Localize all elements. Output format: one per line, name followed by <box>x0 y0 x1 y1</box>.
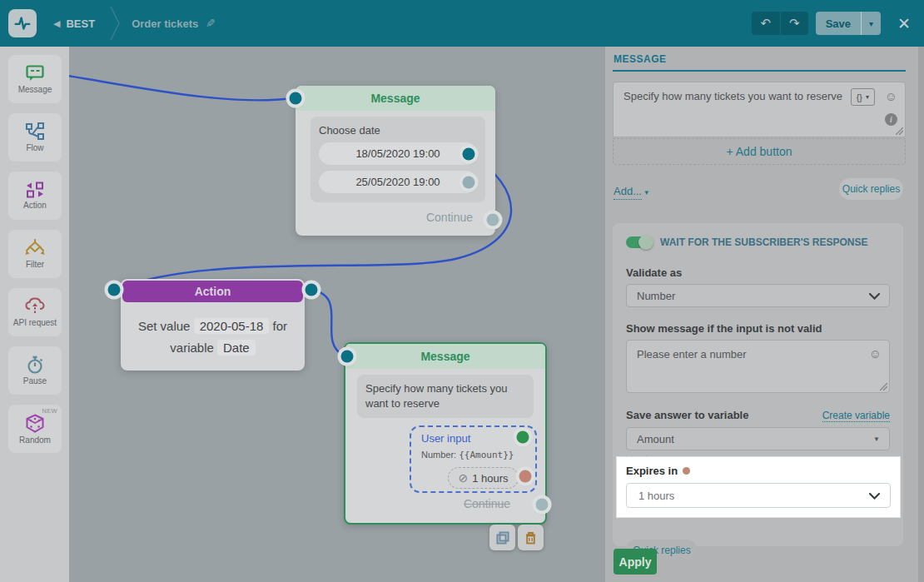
wait-response-toggle[interactable] <box>626 236 651 248</box>
top-header: ◀ BEST Order tickets ✎ ↶ ↷ Save ▾ ✕ <box>0 0 924 47</box>
sidebar-item-random[interactable]: NEW Random <box>8 405 62 453</box>
resize-handle[interactable] <box>880 383 887 390</box>
flow-title: Order tickets <box>132 17 198 30</box>
sidebar-item-label: Filter <box>26 260 44 269</box>
app-logo[interactable] <box>8 9 37 37</box>
info-icon: i <box>885 113 897 126</box>
save-variable-label: Save answer to variable <box>626 409 748 421</box>
continue-port[interactable] <box>487 214 499 226</box>
chevron-down-icon: ▾ <box>645 188 649 196</box>
flow-icon <box>25 122 45 141</box>
apply-button[interactable]: Apply <box>614 549 657 575</box>
insert-variable-button[interactable]: {} ▾ <box>851 88 875 106</box>
sidebar-item-api-request[interactable]: API request <box>8 288 62 336</box>
sidebar-item-filter[interactable]: Filter <box>8 230 62 278</box>
no-entry-icon: ⊘ <box>458 471 468 485</box>
variable-select[interactable]: Amount ▼ <box>626 427 890 450</box>
emoji-picker-icon[interactable]: ☺ <box>869 346 882 361</box>
node-message-text: Specify how many tickets you want to res… <box>357 375 534 418</box>
panel-section-title: MESSAGE <box>614 53 667 65</box>
expires-in-label: Expires in <box>626 465 678 477</box>
validate-as-label: Validate as <box>626 266 890 279</box>
node-palette-sidebar: Message Flow Action <box>0 47 69 582</box>
input-port[interactable] <box>108 284 121 296</box>
sidebar-item-label: Random <box>19 435 51 445</box>
output-port[interactable] <box>463 148 475 161</box>
breadcrumb-separator <box>110 5 120 42</box>
resize-handle[interactable] <box>896 127 903 135</box>
connection-line[interactable] <box>311 290 344 356</box>
message-icon <box>25 64 45 82</box>
timeout-pill[interactable]: ⊘ 1 hours <box>448 467 519 489</box>
sidebar-item-action[interactable]: Action <box>8 172 62 220</box>
section-underline <box>613 70 906 72</box>
action-text: for <box>273 319 288 333</box>
save-button[interactable]: Save <box>816 17 861 30</box>
add-menu-label: Add... <box>614 185 642 200</box>
choice-button[interactable]: 18/05/2020 19:00 <box>319 142 477 165</box>
sidebar-item-message[interactable]: Message <box>8 55 62 103</box>
sidebar-item-flow[interactable]: Flow <box>8 113 62 162</box>
create-variable-link[interactable]: Create variable <box>822 410 890 422</box>
action-text: variable <box>170 341 214 355</box>
timeout-label: 1 hours <box>472 472 508 485</box>
choice-button[interactable]: 25/05/2020 19:00 <box>319 171 477 193</box>
output-port[interactable] <box>306 284 318 296</box>
sidebar-item-label: Action <box>23 201 47 210</box>
undo-icon: ↶ <box>760 16 771 31</box>
sidebar-item-label: Pause <box>23 376 47 386</box>
sidebar-item-label: Message <box>18 85 52 94</box>
expires-in-select[interactable]: 1 hours <box>626 483 891 508</box>
duplicate-node-button[interactable] <box>489 525 515 550</box>
action-node-set-value[interactable]: Action Set value 2020-05-18 for variable… <box>121 279 305 371</box>
add-menu-dropdown[interactable]: Add... ▾ <box>614 185 648 197</box>
flow-canvas[interactable]: Message Choose date 18/05/2020 19:00 25/… <box>69 47 605 582</box>
user-input-label: User input <box>421 432 470 445</box>
message-text-editor[interactable]: Specify how many tickets you want to res… <box>613 82 906 137</box>
emoji-picker-icon[interactable]: ☺ <box>885 89 897 103</box>
undo-button[interactable]: ↶ <box>752 12 780 35</box>
action-text: Set value <box>138 319 191 333</box>
add-button-button[interactable]: + Add button <box>613 138 906 165</box>
timeout-port[interactable] <box>519 470 532 483</box>
input-variable: {{Amount}} <box>459 450 514 460</box>
delete-node-button[interactable] <box>518 525 544 550</box>
validate-as-value: Number <box>637 290 675 302</box>
invalid-message-label: Show message if the input is not valid <box>626 322 890 335</box>
redo-button[interactable]: ↷ <box>780 12 808 35</box>
invalid-message-value: Please enter a number <box>637 348 747 361</box>
input-type-label: Number: <box>421 450 456 460</box>
back-button[interactable]: ◀ BEST <box>53 17 95 30</box>
validate-as-select[interactable]: Number <box>626 284 890 307</box>
save-dropdown-button[interactable]: ▾ <box>861 12 881 35</box>
action-icon <box>25 182 45 198</box>
sidebar-item-label: Flow <box>26 143 43 152</box>
expires-marker-dot <box>683 467 690 475</box>
panel-scrollbar[interactable] <box>918 47 924 582</box>
chevron-down-icon <box>869 293 880 300</box>
quick-replies-button[interactable]: Quick replies <box>839 178 903 200</box>
node-title: Action <box>122 281 303 302</box>
continue-port[interactable] <box>536 499 549 511</box>
toggle-knob <box>638 235 653 250</box>
invalid-message-editor[interactable]: Please enter a number ☺ <box>626 340 890 393</box>
variable-value: Amount <box>637 433 674 445</box>
user-input-port[interactable] <box>517 431 529 444</box>
output-port[interactable] <box>463 177 475 189</box>
input-port[interactable] <box>290 92 302 105</box>
input-port[interactable] <box>341 351 354 363</box>
connection-line[interactable] <box>69 75 292 100</box>
message-node-choose-date[interactable]: Message Choose date 18/05/2020 19:00 25/… <box>296 86 495 236</box>
back-label: BEST <box>66 17 95 30</box>
filter-icon <box>24 239 46 257</box>
back-arrow-icon: ◀ <box>53 18 60 29</box>
message-node-selected[interactable]: Message Specify how many tickets you wan… <box>344 342 547 525</box>
chevron-down-icon: ▾ <box>869 19 873 28</box>
edit-title-icon[interactable]: ✎ <box>206 17 216 30</box>
node-title: Message <box>345 344 545 369</box>
expires-in-highlight: Expires in 1 hours <box>617 457 900 517</box>
close-button[interactable]: ✕ <box>897 14 911 33</box>
node-message-text: Choose date <box>319 124 477 137</box>
sidebar-item-pause[interactable]: Pause <box>8 346 62 395</box>
random-dice-icon <box>25 414 45 433</box>
